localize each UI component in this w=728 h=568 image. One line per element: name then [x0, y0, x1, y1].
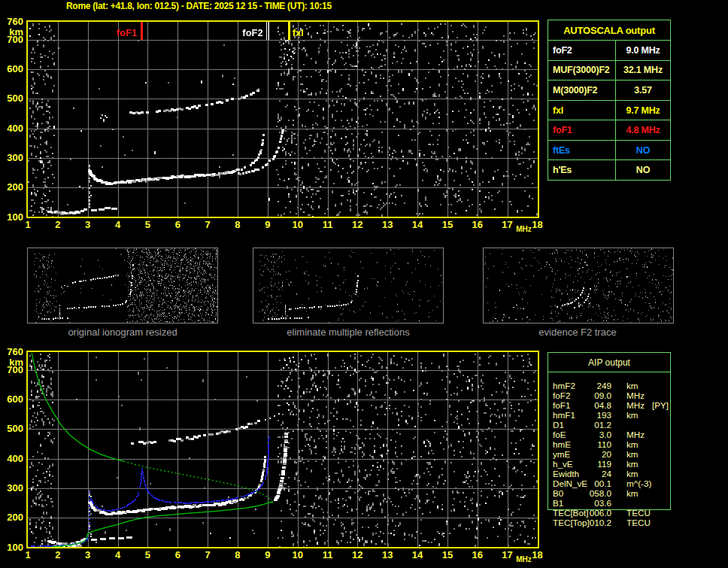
x-axis-label: 3 [85, 220, 90, 229]
x-axis-label: 8 [235, 551, 240, 560]
aip-value: 24 [553, 469, 611, 478]
table-row: h'EsNO [548, 159, 670, 180]
x-axis-label: 2 [55, 220, 60, 229]
aip-row: foF209.0MHz [548, 390, 670, 400]
param-label: fxI [548, 101, 616, 120]
y-axis-label: 600 [0, 395, 23, 404]
x-axis-label: 9 [265, 551, 270, 560]
x-axis-label: 11 [323, 551, 333, 560]
aip-unit: km [626, 381, 639, 390]
aip-row: hmE110km [548, 439, 670, 449]
param-label: ftEs [548, 141, 616, 160]
x-axis-label: 10 [292, 220, 302, 229]
y-axis-label: 300 [0, 153, 23, 163]
aip-row: TEC[Bot]006.0TECU [548, 508, 670, 518]
bottom-ionogram-canvas [26, 351, 539, 548]
panel-caption: evidence F2 trace [538, 327, 616, 338]
aip-unit: MHz [626, 400, 645, 410]
aip-value: 20 [553, 449, 611, 459]
y-axis-label: 200 [0, 513, 23, 522]
aip-header: AIP output [548, 357, 670, 368]
x-axis-label: 1 [25, 220, 30, 229]
aip-value: 03.6 [553, 498, 611, 508]
x-axis-label: 2 [55, 551, 60, 560]
x-axis-label: 7 [205, 551, 210, 560]
aip-row: hmF1193km [548, 410, 670, 420]
x-axis-label: 14 [412, 551, 423, 560]
y-axis-label: 100 [0, 543, 23, 552]
aip-unit: km [626, 410, 639, 420]
aip-value: 01.2 [553, 420, 611, 430]
x-axis-label: 17 [502, 220, 512, 229]
aip-row: D101.2 [548, 420, 670, 430]
table-row: foF14.8 MHz [548, 120, 670, 140]
x-axis-label: 3 [85, 551, 90, 560]
panel-caption: original ionogram resized [68, 327, 177, 338]
aip-value: 00.1 [553, 478, 611, 488]
x-axis-label: 12 [352, 551, 362, 560]
aip-unit: km [626, 449, 639, 459]
autoscala-table: AUTOSCALA output foF29.0 MHz MUF(3000)F2… [548, 20, 671, 181]
aip-value: 3.0 [553, 430, 611, 439]
aip-row: Ewidth24km [548, 469, 670, 478]
param-value: NO [616, 165, 670, 175]
param-label: foF2 [548, 41, 616, 60]
x-axis-label: 9 [265, 220, 270, 229]
param-value: 9.7 MHz [616, 105, 670, 116]
y-axis-label: 400 [0, 454, 23, 463]
table-row: foF29.0 MHz [548, 40, 670, 60]
x-axis-unit: MHz [516, 225, 532, 233]
aip-row: hmF2249km [548, 381, 670, 390]
x-axis-unit: MHz [516, 555, 532, 563]
aip-unit: km [626, 488, 639, 498]
marker-foF1: foF1 [117, 28, 137, 38]
aip-value: 119 [553, 459, 611, 469]
y-axis-label: 400 [0, 124, 23, 133]
x-axis-label: 12 [352, 220, 362, 229]
param-value: NO [616, 145, 670, 156]
table-row: M(3000)F23.57 [548, 80, 670, 100]
param-label: M(3000)F2 [548, 80, 616, 100]
x-axis-label: 10 [292, 551, 302, 560]
x-axis-label: 5 [145, 551, 150, 560]
aip-value: 04.8 [553, 400, 611, 410]
table-row: ftEsNO [548, 140, 670, 160]
x-axis-label: 14 [412, 220, 423, 229]
x-axis-label: 15 [442, 220, 453, 229]
aip-unit: km [626, 469, 639, 478]
table-row: MUF(3000)F232.1 MHz [548, 60, 670, 80]
y-axis-label: 200 [0, 183, 23, 192]
aip-table: AIP output hmF2249kmfoF209.0MHzfoF104.8M… [548, 352, 671, 510]
x-axis-label: 18 [532, 551, 542, 560]
top-ionogram-canvas [26, 20, 539, 218]
x-axis-label: 13 [382, 220, 393, 229]
aip-header-divider [548, 372, 670, 372]
aip-unit: TECU [626, 518, 651, 527]
x-axis-label: 6 [175, 551, 180, 560]
aip-value: 010.2 [553, 518, 611, 527]
aip-row: h_vE119km [548, 459, 670, 469]
x-axis-label: 16 [472, 551, 483, 560]
x-axis-label: 18 [532, 220, 542, 229]
aip-value: 110 [553, 439, 611, 449]
aip-row: B0058.0km [548, 488, 670, 498]
aip-row: B103.6 [548, 498, 670, 508]
autoscala-header: AUTOSCALA output [548, 20, 670, 40]
marker-foF2: foF2 [242, 28, 262, 38]
param-value: 9.0 MHz [616, 45, 670, 56]
y-axis-label: 100 [0, 213, 23, 222]
aip-row: ymE20km [548, 449, 670, 459]
aip-value: 09.0 [553, 390, 611, 400]
param-label: MUF(3000)F2 [548, 61, 616, 80]
aip-extra: [PY] [652, 400, 669, 410]
param-value: 4.8 MHz [616, 125, 670, 135]
x-axis-label: 4 [115, 551, 120, 560]
aip-unit: TECU [626, 508, 651, 518]
y-axis-label: 760 [0, 348, 23, 357]
aip-unit: MHz [626, 390, 645, 400]
x-axis-label: 17 [502, 551, 512, 560]
panel-caption: eliminate multiple reflections [287, 327, 409, 338]
aip-unit: km [626, 459, 639, 469]
aip-row: foE3.0MHz [548, 430, 670, 439]
table-row: fxI9.7 MHz [548, 100, 670, 120]
